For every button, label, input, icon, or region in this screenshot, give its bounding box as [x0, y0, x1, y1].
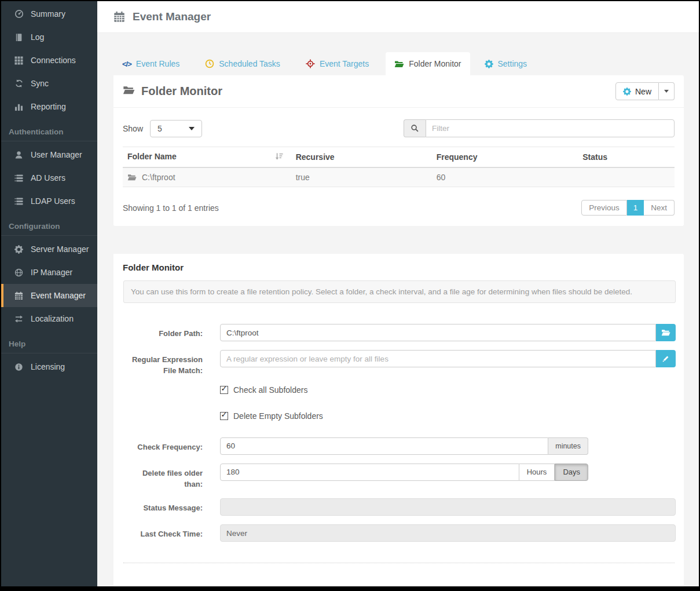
sidebar-item-label: IP Manager [31, 268, 72, 277]
gear-icon [14, 245, 24, 254]
sidebar-item-label: Event Manager [31, 291, 86, 300]
sidebar-item-label: Server Manager [31, 245, 89, 254]
folder-path-input[interactable] [220, 324, 656, 341]
check-frequency-input[interactable] [220, 437, 548, 455]
checkbox-checked-icon [220, 386, 228, 394]
tab-event-rules[interactable]: </> Event Rules [113, 52, 188, 75]
folder-open-icon [661, 328, 670, 337]
sidebar-item-label: LDAP Users [31, 196, 75, 206]
calendar-icon [14, 291, 24, 300]
sidebar-item-ad-users[interactable]: AD Users [1, 166, 97, 189]
code-icon: </> [122, 60, 131, 68]
caret-down-icon [664, 90, 669, 93]
cell-folder-name: C:\ftproot [142, 173, 175, 182]
folder-open-icon [127, 173, 137, 182]
sync-icon [14, 79, 24, 88]
folder-path-label: Folder Path: [123, 324, 203, 341]
cell-frequency: 60 [432, 167, 578, 187]
bar-chart-icon [14, 103, 24, 111]
exchange-icon [14, 315, 24, 323]
sidebar-item-summary[interactable]: Summary [1, 2, 97, 25]
days-button[interactable]: Days [555, 464, 588, 481]
info-message: You can use this form to create a file r… [123, 280, 676, 303]
gauge-icon [14, 9, 24, 19]
column-header-status[interactable]: Status [578, 147, 675, 168]
search-icon [404, 119, 426, 137]
edit-regex-button[interactable] [656, 350, 676, 367]
sidebar-item-ip-manager[interactable]: IP Manager [1, 261, 97, 284]
delete-older-input[interactable] [220, 464, 519, 481]
status-message-field [220, 498, 676, 516]
chevron-down-icon [189, 127, 195, 130]
folder-open-icon [123, 84, 135, 99]
last-check-time-field [220, 524, 676, 542]
regex-input[interactable] [220, 350, 656, 367]
page-size-select[interactable]: 5 [150, 120, 202, 137]
sidebar-heading-help: Help [1, 330, 97, 353]
sidebar-item-label: Licensing [31, 362, 65, 371]
page-1-button[interactable]: 1 [627, 200, 644, 216]
tab-event-targets[interactable]: Event Targets [297, 52, 378, 75]
show-label: Show [123, 124, 143, 133]
entries-summary: Showing 1 to 1 of 1 entries [123, 203, 219, 213]
sidebar-item-label: Reporting [31, 102, 66, 111]
cell-status [578, 167, 675, 187]
sidebar-item-ldap-users[interactable]: LDAP Users [1, 189, 97, 213]
info-icon [14, 363, 24, 371]
sidebar-item-log[interactable]: Log [1, 25, 97, 49]
pagination: Previous 1 Next [581, 200, 675, 216]
sidebar-item-label: User Manager [31, 150, 82, 159]
column-header-folder-name[interactable]: Folder Name [123, 147, 291, 168]
window-bottom-edge [1, 586, 699, 591]
check-all-subfolders-checkbox[interactable]: Check all Subfolders [220, 385, 307, 395]
gear-icon [623, 87, 631, 96]
user-icon [14, 151, 24, 159]
panel-title: Folder Monitor [123, 84, 222, 99]
globe-icon [14, 268, 24, 277]
journal-icon [14, 33, 24, 42]
filter-input[interactable] [426, 119, 675, 137]
sort-icon [275, 152, 283, 162]
page-title: Event Manager [133, 10, 211, 23]
sidebar-item-user-manager[interactable]: User Manager [1, 143, 97, 166]
sidebar-item-label: Connections [31, 56, 76, 65]
column-header-recursive[interactable]: Recursive [291, 147, 432, 168]
new-dropdown-button[interactable] [659, 82, 675, 100]
previous-page-button[interactable]: Previous [581, 200, 627, 216]
sidebar-item-localization[interactable]: Localization [1, 307, 97, 330]
new-button[interactable]: New [615, 82, 659, 100]
sidebar-item-licensing[interactable]: Licensing [1, 355, 97, 378]
target-icon [306, 59, 315, 68]
new-button-group: New [615, 82, 675, 100]
hours-button[interactable]: Hours [519, 464, 555, 481]
sidebar-item-sync[interactable]: Sync [1, 72, 97, 95]
sidebar-item-reporting[interactable]: Reporting [1, 95, 97, 118]
browse-folder-button[interactable] [656, 324, 676, 341]
column-header-frequency[interactable]: Frequency [432, 147, 578, 168]
tab-bar: </> Event Rules Scheduled Tasks Event Ta… [113, 52, 684, 75]
minutes-unit-label: minutes [548, 437, 588, 455]
sidebar-item-connections[interactable]: Connections [1, 49, 97, 72]
divider [123, 563, 675, 563]
sidebar-item-event-manager[interactable]: Event Manager [1, 284, 97, 307]
tab-folder-monitor[interactable]: Folder Monitor [386, 52, 470, 75]
tab-scheduled-tasks[interactable]: Scheduled Tasks [196, 52, 289, 75]
sidebar-item-label: Summary [31, 9, 65, 19]
check-frequency-label: Check Frequency: [123, 437, 203, 455]
folder-open-icon [394, 59, 404, 69]
next-page-button[interactable]: Next [644, 200, 675, 216]
folder-monitor-table: Folder Name Recursive Frequency Status [123, 147, 675, 187]
cell-recursive: true [291, 167, 432, 187]
folder-monitor-form-panel: Folder Monitor You can use this form to … [113, 254, 684, 586]
folder-monitor-list-panel: Folder Monitor New [113, 75, 684, 226]
delete-empty-subfolders-checkbox[interactable]: Delete Empty Subfolders [220, 411, 323, 421]
sidebar-item-server-manager[interactable]: Server Manager [1, 238, 97, 261]
pencil-icon [662, 355, 670, 363]
tab-settings[interactable]: Settings [476, 52, 536, 75]
table-row[interactable]: C:\ftproot true 60 [123, 167, 675, 187]
delete-older-label: Delete files older than: [123, 464, 203, 490]
server-list-icon [14, 174, 24, 183]
calendar-icon [113, 11, 125, 23]
sidebar-heading-configuration: Configuration [1, 213, 97, 236]
form-title: Folder Monitor [113, 254, 684, 272]
